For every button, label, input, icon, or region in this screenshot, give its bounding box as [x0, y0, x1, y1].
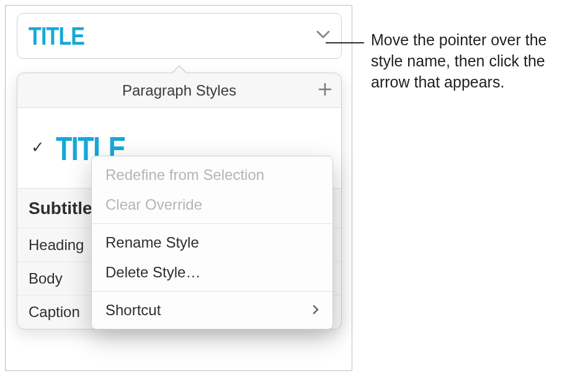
menu-redefine-label: Redefine from Selection [105, 166, 264, 184]
chevron-right-icon [313, 303, 319, 318]
menu-shortcut[interactable]: Shortcut [92, 295, 332, 325]
menu-separator [92, 223, 332, 224]
menu-delete-style[interactable]: Delete Style… [92, 257, 332, 287]
paragraph-style-button[interactable]: TITLE [17, 13, 342, 59]
checkmark-icon: ✓ [31, 138, 45, 157]
callout-text: Move the pointer over the style name, th… [371, 30, 581, 92]
add-style-button[interactable] [318, 81, 332, 100]
style-caption-label: Caption [29, 303, 80, 321]
menu-clear-override: Clear Override [92, 190, 332, 220]
style-heading-label: Heading [29, 236, 84, 254]
menu-rename-style[interactable]: Rename Style [92, 228, 332, 257]
current-style-label: TITLE [29, 22, 84, 50]
style-body-label: Body [29, 270, 63, 287]
style-context-menu: Redefine from Selection Clear Override R… [91, 156, 333, 329]
menu-rename-label: Rename Style [105, 234, 199, 251]
callout-leader-line [326, 42, 364, 43]
chevron-down-icon [316, 30, 330, 42]
menu-delete-label: Delete Style… [105, 264, 200, 281]
menu-separator [92, 291, 332, 292]
inspector-panel: TITLE Paragraph Styles ✓ TITLE Subtitle … [5, 5, 352, 371]
menu-shortcut-label: Shortcut [105, 302, 161, 319]
popover-header: Paragraph Styles [17, 73, 341, 108]
popover-title: Paragraph Styles [122, 82, 236, 99]
menu-clear-override-label: Clear Override [105, 196, 202, 213]
style-subtitle-label: Subtitle [29, 199, 92, 218]
menu-redefine-from-selection: Redefine from Selection [92, 160, 332, 190]
